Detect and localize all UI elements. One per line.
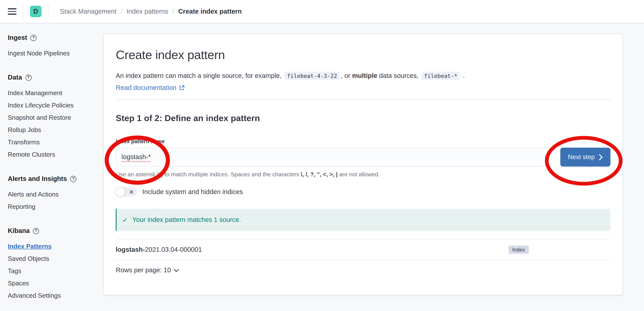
help-icon[interactable]: ? — [33, 228, 39, 234]
next-step-label: Next step — [568, 153, 595, 161]
rows-per-page-label: Rows per page: 10 — [116, 267, 171, 274]
sidebar-item-index-lifecycle-policies[interactable]: Index Lifecycle Policies — [8, 101, 102, 110]
matching-source-highlight: logstash- — [116, 246, 145, 254]
toggle-off-cross-icon: ✕ — [129, 189, 134, 195]
help-icon[interactable]: ? — [70, 176, 76, 182]
index-pattern-name-label: Index pattern name — [116, 138, 610, 145]
external-link-icon — [179, 85, 184, 91]
rows-per-page-button[interactable]: Rows per page: 10 — [116, 267, 179, 274]
sidebar-item-advanced-settings[interactable]: Advanced Settings — [8, 292, 102, 300]
sidebar-section-ingest: Ingest ? Ingest Node Pipelines — [8, 34, 102, 57]
success-callout-message: Your index pattern matches 1 source. — [132, 216, 241, 224]
breadcrumb-stack-management[interactable]: Stack Management — [60, 8, 116, 15]
sidebar-item-reporting[interactable]: Reporting — [8, 203, 102, 211]
input-help-text: Use an asterisk (*) to match multiple in… — [116, 171, 610, 178]
sidebar-item-snapshot-and-restore[interactable]: Snapshot and Restore — [8, 114, 102, 122]
intro-part: An index pattern can match a single sour… — [116, 72, 284, 79]
help-text-forbidden-chars: \, /, ?, ", <, >, | — [301, 171, 338, 178]
index-pattern-input-value: logstash-* — [122, 153, 151, 161]
matching-source-rest: 2021.03.04-000001 — [145, 246, 202, 254]
chevron-down-icon — [174, 268, 179, 272]
header-divider — [48, 4, 48, 19]
sidebar-section-kibana: Kibana ? Index Patterns Saved Objects Ta… — [8, 227, 102, 300]
sidebar-heading-alerts-and-insights: Alerts and Insights ? — [8, 175, 102, 183]
sidebar-section-data: Data ? Index Management Index Lifecycle … — [8, 73, 102, 159]
help-icon[interactable]: ? — [30, 35, 36, 41]
sidebar-item-index-patterns[interactable]: Index Patterns — [8, 243, 102, 251]
chevron-right-icon — [598, 154, 603, 160]
sidebar-heading-label: Ingest — [8, 34, 27, 42]
toggle-label: Include system and hidden indices — [142, 188, 243, 196]
success-callout: ✓ Your index pattern matches 1 source. — [116, 209, 610, 231]
breadcrumb: Stack Management / Index patterns / Crea… — [60, 8, 242, 15]
kibana-stack-management-page: D Stack Management / Index patterns / Cr… — [0, 0, 644, 311]
sidebar-heading-data: Data ? — [8, 73, 102, 82]
next-step-button[interactable]: Next step — [560, 148, 610, 166]
check-icon: ✓ — [122, 216, 128, 224]
include-hidden-indices-row: ✕ Include system and hidden indices — [116, 188, 610, 197]
sidebar-item-transforms[interactable]: Transforms — [8, 138, 102, 146]
sidebar-heading-ingest: Ingest ? — [8, 34, 102, 42]
read-documentation-label: Read documentation — [116, 84, 176, 91]
section-divider — [116, 99, 610, 100]
sidebar-item-index-management[interactable]: Index Management — [8, 89, 102, 97]
code-example-wildcard: filebeat-* — [422, 72, 460, 80]
breadcrumb-current-page: Create index pattern — [178, 8, 242, 15]
top-header: D Stack Management / Index patterns / Cr… — [0, 0, 644, 23]
include-hidden-indices-toggle[interactable]: ✕ — [116, 188, 137, 197]
intro-text: An index pattern can match a single sour… — [116, 70, 610, 81]
sidebar-item-remote-clusters[interactable]: Remote Clusters — [8, 151, 102, 159]
index-type-badge: Index — [509, 246, 528, 254]
breadcrumb-separator: / — [121, 8, 122, 15]
help-text-part: are not allowed. — [338, 171, 380, 178]
form-row: logstash-* Next step — [116, 148, 610, 166]
help-text-part: Use an asterisk (*) to match multiple in… — [116, 171, 301, 178]
intro-part: , or — [341, 72, 352, 79]
header-divider — [23, 4, 24, 19]
sidebar-item-alerts-and-actions[interactable]: Alerts and Actions — [8, 190, 102, 199]
toggle-knob — [116, 187, 125, 197]
matching-source-row: logstash-2021.03.04-000001 Index — [116, 239, 610, 261]
sidebar-heading-label: Alerts and Insights — [8, 175, 67, 183]
sidebar-heading-label: Data — [8, 73, 22, 82]
index-pattern-name-input[interactable]: logstash-* — [116, 148, 548, 166]
step-heading: Step 1 of 2: Define an index pattern — [116, 113, 610, 123]
intro-part: . — [461, 72, 465, 79]
sidebar-item-saved-objects[interactable]: Saved Objects — [8, 255, 102, 263]
code-example-single-source: filebeat-4-3-22 — [284, 72, 340, 80]
hamburger-menu-icon[interactable] — [8, 8, 16, 15]
breadcrumb-separator: / — [172, 8, 174, 15]
page-title: Create index pattern — [116, 48, 610, 62]
sidebar-item-spaces[interactable]: Spaces — [8, 279, 102, 288]
space-avatar[interactable]: D — [30, 6, 42, 17]
sidebar-item-tags[interactable]: Tags — [8, 267, 102, 275]
sidebar-item-ingest-node-pipelines[interactable]: Ingest Node Pipelines — [8, 49, 102, 57]
sidebar-section-alerts-and-insights: Alerts and Insights ? Alerts and Actions… — [8, 175, 102, 211]
management-sidebar: Ingest ? Ingest Node Pipelines Data ? In… — [8, 23, 102, 311]
read-documentation-link[interactable]: Read documentation — [116, 84, 184, 91]
sidebar-heading-kibana: Kibana ? — [8, 227, 102, 235]
sidebar-heading-label: Kibana — [8, 227, 30, 235]
sidebar-item-rollup-jobs[interactable]: Rollup Jobs — [8, 126, 102, 134]
intro-part: data sources, — [377, 72, 420, 79]
breadcrumb-index-patterns[interactable]: Index patterns — [126, 8, 168, 15]
create-index-pattern-panel: Create index pattern An index pattern ca… — [104, 34, 623, 295]
help-icon[interactable]: ? — [25, 74, 32, 81]
intro-bold: multiple — [352, 72, 377, 79]
